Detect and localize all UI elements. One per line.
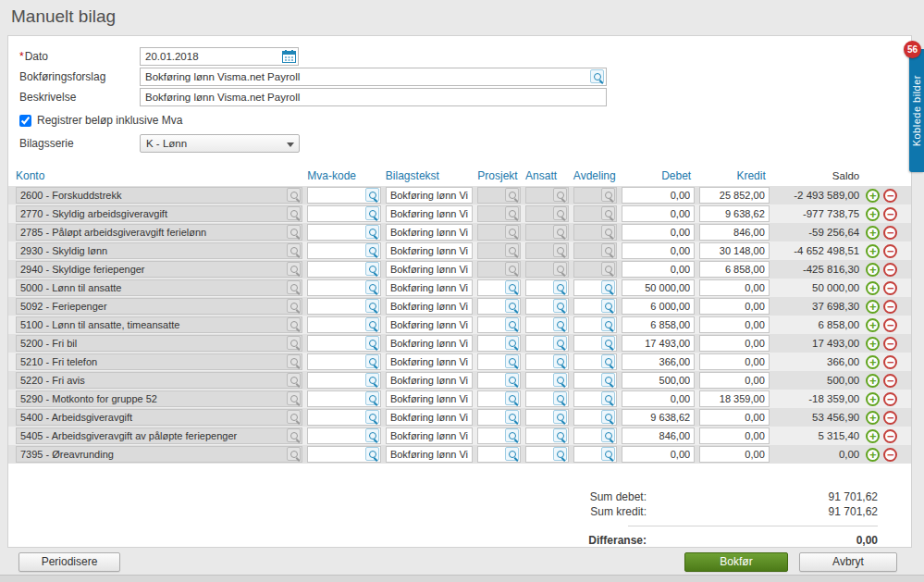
periodisere-button[interactable]: Periodisere: [18, 552, 120, 572]
add-row-button[interactable]: [866, 263, 880, 277]
prosjekt-lookup-icon[interactable]: [505, 262, 519, 276]
remove-row-button[interactable]: [883, 281, 897, 295]
kredit-input[interactable]: [699, 316, 770, 333]
ansatt-lookup-icon[interactable]: [553, 280, 567, 294]
avdeling-lookup-icon[interactable]: [601, 243, 615, 257]
prosjekt-lookup-icon[interactable]: [505, 447, 519, 461]
debet-input[interactable]: [622, 446, 696, 463]
add-row-button[interactable]: [866, 411, 880, 425]
prosjekt-lookup-icon[interactable]: [505, 373, 519, 387]
ansatt-lookup-icon[interactable]: [553, 410, 567, 424]
avdeling-lookup-icon[interactable]: [601, 373, 615, 387]
bilagstekst-input[interactable]: [386, 372, 473, 389]
remove-row-button[interactable]: [883, 300, 897, 314]
prosjekt-lookup-icon[interactable]: [505, 243, 519, 257]
debet-input[interactable]: [622, 335, 696, 352]
bilagsserie-select[interactable]: K - Lønn: [140, 134, 300, 153]
avdeling-lookup-icon[interactable]: [601, 262, 615, 276]
konto-input[interactable]: [16, 279, 302, 296]
prosjekt-lookup-icon[interactable]: [505, 317, 519, 331]
avbryt-button[interactable]: Avbryt: [799, 552, 897, 572]
konto-input[interactable]: [16, 187, 302, 204]
bokfor-button[interactable]: Bokfør: [684, 552, 788, 572]
remove-row-button[interactable]: [883, 207, 897, 221]
kredit-input[interactable]: [699, 242, 770, 259]
mva-kode-lookup-icon[interactable]: [365, 299, 379, 313]
bilagstekst-input[interactable]: [386, 409, 473, 426]
kredit-input[interactable]: [699, 298, 770, 315]
add-row-button[interactable]: [866, 189, 880, 203]
konto-input[interactable]: [16, 353, 302, 370]
ansatt-lookup-icon[interactable]: [553, 447, 567, 461]
bilagstekst-input[interactable]: [386, 427, 473, 444]
kredit-input[interactable]: [699, 224, 770, 241]
bilagstekst-input[interactable]: [386, 205, 473, 222]
prosjekt-lookup-icon[interactable]: [505, 336, 519, 350]
bokforingsforslag-input[interactable]: [140, 68, 607, 86]
bilagstekst-input[interactable]: [386, 224, 473, 241]
prosjekt-lookup-icon[interactable]: [505, 391, 519, 405]
kredit-input[interactable]: [699, 372, 770, 389]
add-row-button[interactable]: [866, 337, 880, 351]
avdeling-lookup-icon[interactable]: [601, 410, 615, 424]
avdeling-lookup-icon[interactable]: [601, 188, 615, 202]
mva-kode-lookup-icon[interactable]: [365, 280, 379, 294]
avdeling-lookup-icon[interactable]: [601, 428, 615, 442]
mva-kode-lookup-icon[interactable]: [365, 317, 379, 331]
debet-input[interactable]: [622, 279, 696, 296]
konto-input[interactable]: [16, 298, 302, 315]
kredit-input[interactable]: [699, 446, 770, 463]
kredit-input[interactable]: [699, 335, 770, 352]
konto-input[interactable]: [16, 261, 302, 278]
remove-row-button[interactable]: [883, 189, 897, 203]
bilagstekst-input[interactable]: [386, 316, 473, 333]
kredit-input[interactable]: [699, 390, 770, 407]
avdeling-lookup-icon[interactable]: [601, 391, 615, 405]
debet-input[interactable]: [622, 205, 696, 222]
remove-row-button[interactable]: [883, 226, 897, 240]
ansatt-lookup-icon[interactable]: [553, 373, 567, 387]
avdeling-lookup-icon[interactable]: [601, 280, 615, 294]
remove-row-button[interactable]: [883, 244, 897, 258]
add-row-button[interactable]: [866, 244, 880, 258]
debet-input[interactable]: [622, 316, 696, 333]
add-row-button[interactable]: [866, 429, 880, 443]
bilagstekst-input[interactable]: [386, 335, 473, 352]
avdeling-lookup-icon[interactable]: [601, 299, 615, 313]
konto-input[interactable]: [16, 446, 302, 463]
add-row-button[interactable]: [866, 355, 880, 369]
kredit-input[interactable]: [699, 261, 770, 278]
debet-input[interactable]: [622, 224, 696, 241]
avdeling-lookup-icon[interactable]: [601, 354, 615, 368]
remove-row-button[interactable]: [883, 429, 897, 443]
bilagstekst-input[interactable]: [386, 261, 473, 278]
prosjekt-lookup-icon[interactable]: [505, 206, 519, 220]
debet-input[interactable]: [622, 390, 696, 407]
kredit-input[interactable]: [699, 409, 770, 426]
dato-input[interactable]: [140, 47, 299, 66]
kredit-input[interactable]: [699, 353, 770, 370]
prosjekt-lookup-icon[interactable]: [505, 280, 519, 294]
add-row-button[interactable]: [866, 300, 880, 314]
prosjekt-lookup-icon[interactable]: [505, 410, 519, 424]
kredit-input[interactable]: [699, 205, 770, 222]
add-row-button[interactable]: [866, 392, 880, 406]
bilagstekst-input[interactable]: [386, 279, 473, 296]
debet-input[interactable]: [622, 298, 696, 315]
prosjekt-lookup-icon[interactable]: [505, 299, 519, 313]
prosjekt-lookup-icon[interactable]: [505, 428, 519, 442]
konto-input[interactable]: [16, 316, 302, 333]
remove-row-button[interactable]: [883, 355, 897, 369]
bilagstekst-input[interactable]: [386, 446, 473, 463]
remove-row-button[interactable]: [883, 411, 897, 425]
mva-inclusive-checkbox[interactable]: [19, 115, 31, 127]
avdeling-lookup-icon[interactable]: [601, 447, 615, 461]
add-row-button[interactable]: [866, 226, 880, 240]
bilagstekst-input[interactable]: [386, 390, 473, 407]
konto-input[interactable]: [16, 372, 302, 389]
remove-row-button[interactable]: [883, 374, 897, 388]
prosjekt-lookup-icon[interactable]: [505, 188, 519, 202]
konto-input[interactable]: [16, 242, 302, 259]
prosjekt-lookup-icon[interactable]: [505, 225, 519, 239]
ansatt-lookup-icon[interactable]: [553, 391, 567, 405]
